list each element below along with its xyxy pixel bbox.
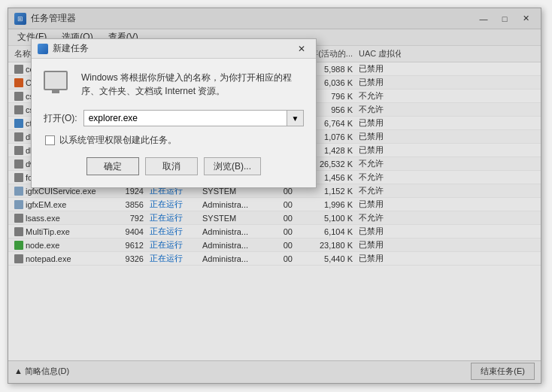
new-task-dialog: 新建任务 ✕ Windows 将根据你所键入的名称，为你打开相应的程序、文件夹、…: [31, 38, 317, 188]
modal-title: 新建任务: [53, 42, 89, 55]
modal-buttons: 确定 取消 浏览(B)...: [44, 157, 304, 175]
input-wrapper: ▼: [83, 110, 304, 126]
modal-title-left: 新建任务: [38, 42, 89, 55]
dropdown-button[interactable]: ▼: [287, 110, 304, 126]
modal-overlay: 新建任务 ✕ Windows 将根据你所键入的名称，为你打开相应的程序、文件夹、…: [8, 8, 541, 383]
checkbox-label: 以系统管理权限创建此任务。: [59, 134, 177, 147]
modal-icon: [38, 44, 48, 54]
modal-body: Windows 将根据你所键入的名称，为你打开相应的程序、文件夹、文档或 Int…: [32, 59, 316, 187]
modal-title-bar: 新建任务 ✕: [32, 39, 316, 59]
checkbox-row: 以系统管理权限创建此任务。: [44, 134, 304, 147]
cancel-button[interactable]: 取消: [145, 157, 198, 175]
modal-open-row: 打开(O): ▼: [44, 110, 304, 126]
admin-checkbox[interactable]: [45, 135, 55, 145]
monitor-shape: [44, 71, 68, 90]
modal-close-button[interactable]: ✕: [293, 42, 310, 56]
browse-button[interactable]: 浏览(B)...: [204, 157, 261, 175]
modal-info-row: Windows 将根据你所键入的名称，为你打开相应的程序、文件夹、文档或 Int…: [44, 71, 304, 99]
open-label: 打开(O):: [44, 112, 77, 125]
taskmanager-window: ⊞ 任务管理器 — □ ✕ 文件(F) 选项(O) 查看(V) 名称 PID 状…: [8, 8, 541, 384]
modal-monitor-icon: [44, 71, 72, 99]
confirm-button[interactable]: 确定: [86, 157, 139, 175]
open-input[interactable]: [83, 110, 287, 126]
modal-info-text: Windows 将根据你所键入的名称，为你打开相应的程序、文件夹、文档或 Int…: [81, 71, 304, 98]
